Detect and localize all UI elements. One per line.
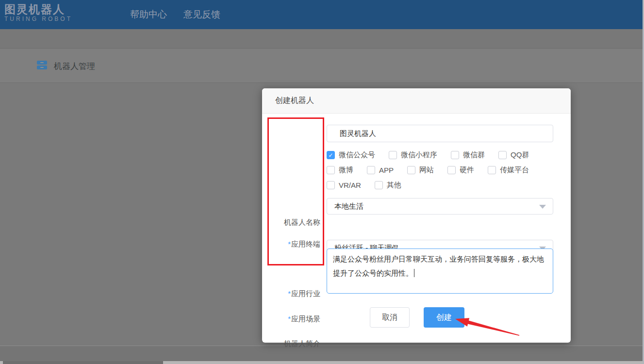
terminal-option[interactable]: VR/AR: [327, 181, 361, 190]
cancel-button[interactable]: 取消: [370, 307, 410, 328]
terminal-option-label: QQ群: [511, 150, 529, 160]
logo-english-text: TURING ROBOT: [4, 16, 72, 22]
page-footer-strip: [0, 346, 644, 361]
terminal-option-label: 微信群: [463, 150, 485, 160]
terminal-option-label: 硬件: [460, 165, 474, 175]
horizontal-scrollbar-track[interactable]: [0, 361, 644, 364]
terminal-option-label: 其他: [387, 181, 401, 190]
terminal-option[interactable]: APP: [367, 165, 394, 175]
top-nav: 帮助中心 意见反馈: [130, 0, 220, 29]
terminal-option-label: 网站: [419, 165, 434, 175]
terminal-option[interactable]: 网站: [407, 165, 434, 175]
checkbox-icon[interactable]: [488, 166, 496, 174]
turing-robot-logo: 图灵机器人 TURING ROBOT: [4, 3, 72, 22]
label-app-scene: *应用场景: [262, 314, 320, 324]
terminal-checkbox-group: ✓ 微信公众号 微信小程序 微信群 QQ群 微博 APP: [327, 150, 553, 190]
required-mark: *: [288, 289, 291, 298]
checkbox-icon[interactable]: [367, 166, 375, 174]
modal-title: 创建机器人: [275, 96, 314, 106]
label-robot-name: 机器人名称: [262, 218, 320, 227]
checkbox-icon[interactable]: ✓: [327, 151, 335, 159]
terminal-option[interactable]: 其他: [375, 181, 401, 190]
robot-name-value: 图灵机器人: [340, 129, 376, 138]
checkbox-icon[interactable]: [327, 166, 335, 174]
robot-intro-textarea[interactable]: 满足公众号粉丝用户日常聊天互动，业务问答回复等服务，极大地提升了公众号的实用性。: [327, 248, 553, 294]
terminal-option-label: VR/AR: [339, 181, 361, 189]
create-button[interactable]: 创建: [424, 307, 464, 328]
terminal-option-label: 微信公众号: [339, 150, 375, 160]
checkbox-icon[interactable]: [375, 181, 383, 189]
terminal-option[interactable]: 传媒平台: [488, 165, 529, 175]
page-title: 机器人管理: [54, 61, 95, 72]
nav-feedback[interactable]: 意见反馈: [183, 8, 220, 21]
terminal-option-label: 微博: [339, 165, 353, 175]
logo-chinese-text: 图灵机器人: [4, 3, 72, 16]
terminal-option[interactable]: 微信小程序: [389, 150, 437, 160]
checkbox-icon[interactable]: [407, 166, 415, 174]
robot-name-input[interactable]: 图灵机器人: [327, 125, 553, 142]
nav-help-center[interactable]: 帮助中心: [130, 8, 167, 21]
robot-intro-value: 满足公众号粉丝用户日常聊天互动，业务问答回复等服务，极大地提升了公众号的实用性。: [333, 255, 544, 277]
create-robot-modal: 创建机器人 机器人名称 图灵机器人 *应用终端 ✓ 微信公众号 微信小程序: [262, 88, 571, 343]
top-header-bar: 图灵机器人 TURING ROBOT 帮助中心 意见反馈: [0, 0, 644, 29]
checkbox-icon[interactable]: [389, 151, 397, 159]
terminal-option-label: 微信小程序: [401, 150, 437, 160]
label-app-industry: *应用行业: [262, 289, 320, 298]
checkbox-icon[interactable]: [327, 181, 335, 189]
label-app-terminal: *应用终端: [262, 240, 320, 249]
breadcrumb-bar: 机器人管理: [0, 49, 644, 83]
terminal-option-label: 传媒平台: [500, 165, 529, 175]
robot-manage-icon: [36, 60, 48, 72]
horizontal-scrollbar-thumb[interactable]: [3, 361, 163, 364]
terminal-option[interactable]: 微博: [327, 165, 353, 175]
required-mark: *: [288, 314, 291, 323]
terminal-option-label: APP: [379, 166, 394, 174]
page-subheader-strip: [0, 29, 644, 49]
required-mark: *: [288, 240, 291, 248]
label-robot-intro: 机器人简介: [262, 339, 320, 348]
industry-selected-value: 本地生活: [334, 202, 363, 211]
modal-header: 创建机器人: [262, 88, 571, 114]
chevron-down-icon: [539, 205, 546, 209]
terminal-option[interactable]: ✓ 微信公众号: [327, 150, 375, 160]
text-cursor: [414, 269, 414, 277]
terminal-option[interactable]: QQ群: [498, 150, 529, 160]
checkbox-icon[interactable]: [451, 151, 459, 159]
terminal-option[interactable]: 硬件: [447, 165, 474, 175]
checkbox-icon[interactable]: [447, 166, 456, 174]
industry-select[interactable]: 本地生活: [327, 198, 553, 215]
checkbox-icon[interactable]: [498, 151, 507, 159]
terminal-option[interactable]: 微信群: [451, 150, 485, 160]
app-window: 图灵机器人 TURING ROBOT 帮助中心 意见反馈 机器人管理 创建机: [0, 0, 644, 364]
